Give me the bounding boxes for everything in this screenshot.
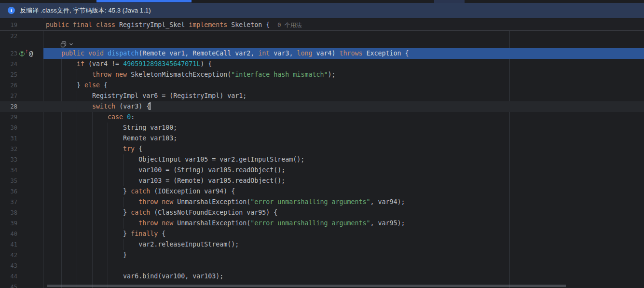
code-line-23[interactable]: 23I↑@ public void dispatch(Remote var1, … [0,48,644,59]
code-text[interactable]: Remote var103; [46,133,177,144]
line-number[interactable]: 38 [0,207,17,218]
line-number[interactable]: 33 [0,154,17,165]
annotation-icon[interactable]: @ [29,49,33,58]
intention-actions-widget[interactable] [60,41,73,48]
line-number[interactable]: 24 [0,59,17,69]
line-number[interactable]: 31 [0,133,17,144]
code-line-39[interactable]: 39 throw new UnmarshalException("error u… [0,218,644,229]
code-text[interactable]: public final class RegistryImpl_Skel imp… [46,20,302,30]
code-line-27[interactable]: 27 RegistryImpl var6 = (RegistryImpl) va… [0,91,644,101]
line-number[interactable]: 28 [0,101,17,112]
horizontal-scrollbar-thumb[interactable] [47,285,566,287]
code-line-33[interactable]: 33 ObjectInput var105 = var2.getInputStr… [0,154,644,165]
line-number[interactable]: 23 [0,48,17,59]
ide-window: { "window": { "active_tab_indicator_colo… [0,0,644,288]
code-line-38[interactable]: 38 } catch (ClassNotFoundException var95… [0,207,644,218]
line-number[interactable]: 45 [0,282,17,288]
code-text[interactable]: } catch (ClassNotFoundException var95) { [46,207,277,218]
line-number[interactable]: 32 [0,144,17,154]
code-text[interactable]: } finally { [46,229,165,239]
line-number[interactable]: 40 [0,229,17,239]
active-tab-indicator[interactable] [96,0,192,2]
code-text[interactable]: throw new UnmarshalException("error unma… [46,197,405,207]
sticky-line[interactable]: 19 public final class RegistryImpl_Skel … [0,19,644,31]
line-number[interactable]: 39 [0,218,17,229]
line-number: 19 [0,20,17,30]
code-text[interactable]: } [46,250,127,261]
line-number[interactable]: 43 [0,261,17,271]
line-highlight [43,250,644,261]
code-line-30[interactable]: 30 String var100; [0,123,644,133]
code-line-42[interactable]: 42 } [0,250,644,261]
line-number[interactable]: 44 [0,271,17,282]
implements-method-icon[interactable]: I↑ [19,50,26,57]
line-highlight [43,31,644,41]
code-line-41[interactable]: 41 var2.releaseInputStream(); [0,239,644,250]
gutter-icons: I↑@ [19,49,33,58]
line-number[interactable]: 25 [0,69,17,80]
code-line-25[interactable]: 25 throw new SkeletonMismatchException("… [0,69,644,80]
code-line-22[interactable]: 22 [0,31,644,41]
code-text[interactable]: var6.bind(var100, var103); [46,271,223,282]
code-text[interactable]: public void dispatch(Remote var1, Remote… [46,48,409,59]
code-text[interactable]: String var100; [46,123,177,133]
line-number[interactable]: 36 [0,186,17,197]
line-number[interactable]: 41 [0,239,17,250]
up-arrow-icon: ↑ [25,48,28,54]
decompiler-banner: i 反编译 .class文件, 字节码版本: 45.3 (Java 1.1) [0,3,644,18]
line-number[interactable]: 29 [0,112,17,123]
line-highlight [43,80,644,91]
code-text[interactable]: var103 = (Remote) var105.readObject(); [46,176,285,186]
line-highlight [43,261,644,271]
code-text[interactable]: } catch (IOException var94) { [46,186,235,197]
line-number[interactable]: 42 [0,250,17,261]
line-number[interactable]: 35 [0,176,17,186]
code-line-44[interactable]: 44 var6.bind(var100, var103); [0,271,644,282]
code-line-40[interactable]: 40 } finally { [0,229,644,239]
banner-text: 反编译 .class文件, 字节码版本: 45.3 (Java 1.1) [20,6,151,15]
code-line-28[interactable]: 28 switch (var3) { [0,101,644,112]
intention-icon [60,41,67,48]
code-line-43[interactable]: 43 [0,261,644,271]
info-icon: i [8,7,15,14]
code-text[interactable]: throw new UnmarshalException("error unma… [46,218,405,229]
code-line-34[interactable]: 34 var100 = (String) var105.readObject()… [0,165,644,176]
usages-code-vision[interactable]: 0 个用法 [277,22,301,28]
line-number[interactable]: 37 [0,197,17,207]
implements-circle: I [19,51,25,56]
code-text[interactable]: var2.releaseInputStream(); [46,239,239,250]
code-line-31[interactable]: 31 Remote var103; [0,133,644,144]
code-text[interactable]: case 0: [46,112,135,123]
line-number[interactable]: 30 [0,123,17,133]
line-number[interactable]: 22 [0,31,17,41]
code-line-26[interactable]: 26 } else { [0,80,644,91]
code-text[interactable]: RegistryImpl var6 = (RegistryImpl) var1; [46,91,247,101]
code-line-35[interactable]: 35 var103 = (Remote) var105.readObject()… [0,176,644,186]
text-caret [150,102,151,110]
code-text[interactable]: ObjectInput var105 = var2.getInputStream… [46,154,304,165]
code-line-32[interactable]: 32 try { [0,144,644,154]
code-editor[interactable]: 19 public final class RegistryImpl_Skel … [0,18,644,288]
code-text[interactable]: } else { [46,80,108,91]
code-text[interactable]: try { [46,144,142,154]
code-line-36[interactable]: 36 } catch (IOException var94) { [0,186,644,197]
chevron-down-icon [69,42,73,46]
code-text[interactable]: switch (var3) { [46,101,151,112]
code-line-37[interactable]: 37 throw new UnmarshalException("error u… [0,197,644,207]
line-number[interactable]: 27 [0,91,17,101]
code-text[interactable]: var100 = (String) var105.readObject(); [46,165,285,176]
code-text[interactable]: if (var4 != 4905912898345647071L) { [46,59,212,69]
code-line-29[interactable]: 29 case 0: [0,112,644,123]
line-number[interactable]: 26 [0,80,17,91]
line-number[interactable]: 34 [0,165,17,176]
code-text[interactable]: throw new SkeletonMismatchException("int… [46,69,335,80]
code-line-24[interactable]: 24 if (var4 != 4905912898345647071L) { [0,59,644,69]
